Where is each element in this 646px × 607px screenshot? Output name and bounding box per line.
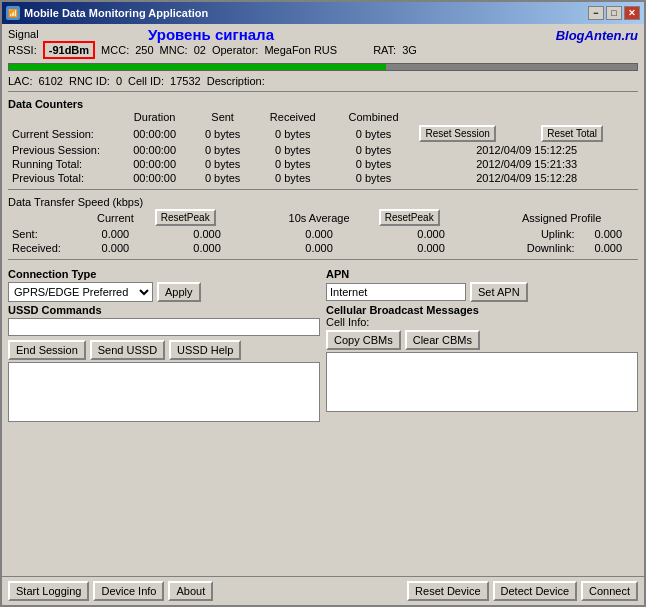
reset-device-button[interactable]: Reset Device bbox=[407, 581, 488, 601]
row-prev-session-label: Previous Session: bbox=[8, 143, 118, 157]
mnc-value: 02 bbox=[194, 44, 206, 56]
copy-cbms-button[interactable]: Copy CBMs bbox=[326, 330, 401, 350]
speed-recv-10s: 0.000 bbox=[261, 241, 376, 255]
ussd-buttons: End Session Send USSD USSD Help bbox=[8, 340, 320, 360]
downlink-label: Downlink: bbox=[485, 241, 578, 255]
device-info-button[interactable]: Device Info bbox=[93, 581, 164, 601]
bottom-right-buttons: Reset Device Detect Device Connect bbox=[407, 581, 638, 601]
speed-sent-10s: 0.000 bbox=[261, 227, 376, 241]
reset-peak-2-button[interactable]: ResetPeak bbox=[379, 209, 440, 226]
col-header-received: Received bbox=[254, 110, 332, 124]
cell-label: Cell ID: bbox=[128, 75, 164, 87]
speed-sent-current: 0.000 bbox=[78, 227, 153, 241]
reset-session-button[interactable]: Reset Session bbox=[419, 125, 495, 142]
row-current-sent: 0 bytes bbox=[191, 124, 254, 143]
row-running-combined: 0 bytes bbox=[332, 157, 416, 171]
start-logging-button[interactable]: Start Logging bbox=[8, 581, 89, 601]
end-session-button[interactable]: End Session bbox=[8, 340, 86, 360]
cbs-buttons: Copy CBMs Clear CBMs bbox=[326, 330, 638, 350]
speed-recv-current: 0.000 bbox=[78, 241, 153, 255]
about-button[interactable]: About bbox=[168, 581, 213, 601]
speed-reset-peak2-cell: ResetPeak bbox=[377, 208, 486, 227]
row-running-timestamp: 2012/04/09 15:21:33 bbox=[415, 157, 638, 171]
col-header-sent: Sent bbox=[191, 110, 254, 124]
close-button[interactable]: ✕ bbox=[624, 6, 640, 20]
row-running-received: 0 bytes bbox=[254, 157, 332, 171]
reset-peak-1-button[interactable]: ResetPeak bbox=[155, 209, 216, 226]
table-row: Previous Session: 00:00:00 0 bytes 0 byt… bbox=[8, 143, 638, 157]
detect-device-button[interactable]: Detect Device bbox=[493, 581, 577, 601]
row-prev-session-timestamp: 2012/04/09 15:12:25 bbox=[415, 143, 638, 157]
row-prev-total-label: Previous Total: bbox=[8, 171, 118, 185]
speed-header-row: Current ResetPeak 10s Average ResetPeak … bbox=[8, 208, 638, 227]
table-row: Current Session: 00:00:00 0 bytes 0 byte… bbox=[8, 124, 638, 143]
row-prev-session-duration: 00:00:00 bbox=[118, 143, 191, 157]
speed-recv-label: Received: bbox=[8, 241, 78, 255]
data-counters-table: Duration Sent Received Combined Current … bbox=[8, 110, 638, 185]
reset-total-button[interactable]: Reset Total bbox=[541, 125, 603, 142]
conn-type-row: GPRS/EDGE Preferred UMTS/HSDPA Preferred… bbox=[8, 282, 320, 302]
row-prev-total-timestamp: 2012/04/09 15:12:28 bbox=[415, 171, 638, 185]
speed-col-current: Current bbox=[78, 208, 153, 227]
desc-label: Description: bbox=[207, 75, 265, 87]
mcc-label: MCC: bbox=[101, 44, 129, 56]
lac-value: 6102 bbox=[38, 75, 62, 87]
speed-col-10s: 10s Average bbox=[261, 208, 376, 227]
row-prev-session-received: 0 bytes bbox=[254, 143, 332, 157]
table-row: Previous Total: 00:00:00 0 bytes 0 bytes… bbox=[8, 171, 638, 185]
row-prev-session-combined: 0 bytes bbox=[332, 143, 416, 157]
maximize-button[interactable]: □ bbox=[606, 6, 622, 20]
title-bar: 📶 Mobile Data Monitoring Application − □… bbox=[2, 2, 644, 24]
row-current-duration: 00:00:00 bbox=[118, 124, 191, 143]
ussd-help-button[interactable]: USSD Help bbox=[169, 340, 241, 360]
lac-label: LAC: bbox=[8, 75, 32, 87]
signal-bar-fill bbox=[9, 64, 386, 70]
data-counters-section: Data Counters Duration Sent Received Com… bbox=[8, 96, 638, 185]
table-row: Running Total: 00:00:00 0 bytes 0 bytes … bbox=[8, 157, 638, 171]
window-controls: − □ ✕ bbox=[588, 6, 640, 20]
ussd-section: USSD Commands End Session Send USSD USSD… bbox=[8, 304, 320, 422]
main-window: 📶 Mobile Data Monitoring Application − □… bbox=[0, 0, 646, 607]
bottom-bar: Start Logging Device Info About Reset De… bbox=[2, 576, 644, 605]
rssi-value: -91dBm bbox=[43, 41, 95, 59]
rssi-label: RSSI: bbox=[8, 44, 37, 56]
speed-section-label: Data Transfer Speed (kbps) bbox=[8, 196, 143, 208]
ussd-input[interactable] bbox=[8, 318, 320, 336]
row-prev-total-sent: 0 bytes bbox=[191, 171, 254, 185]
row-prev-total-received: 0 bytes bbox=[254, 171, 332, 185]
ussd-label: USSD Commands bbox=[8, 304, 320, 316]
speed-col-empty bbox=[8, 208, 78, 227]
set-apn-button[interactable]: Set APN bbox=[470, 282, 528, 302]
connection-type-select[interactable]: GPRS/EDGE Preferred UMTS/HSDPA Preferred… bbox=[8, 282, 153, 302]
rat-value: 3G bbox=[402, 44, 417, 56]
connect-button[interactable]: Connect bbox=[581, 581, 638, 601]
apn-input[interactable] bbox=[326, 283, 466, 301]
bottom-sections: Connection Type GPRS/EDGE Preferred UMTS… bbox=[8, 266, 638, 422]
apply-button[interactable]: Apply bbox=[157, 282, 201, 302]
row-current-combined: 0 bytes bbox=[332, 124, 416, 143]
signal-section: Уровень сигнала BlogAnten.ru Signal RSSI… bbox=[8, 28, 638, 59]
divider-1 bbox=[8, 91, 638, 92]
row-prev-total-combined: 0 bytes bbox=[332, 171, 416, 185]
col-header-actions bbox=[415, 110, 638, 124]
speed-reset-peak1-cell: ResetPeak bbox=[153, 208, 262, 227]
speed-sent-label: Sent: bbox=[8, 227, 78, 241]
send-ussd-button[interactable]: Send USSD bbox=[90, 340, 165, 360]
minimize-button[interactable]: − bbox=[588, 6, 604, 20]
cell-info-label: Cell Info: bbox=[326, 316, 638, 328]
signal-label: Signal bbox=[8, 28, 638, 40]
divider-3 bbox=[8, 259, 638, 260]
uplink-value: 0.000 bbox=[579, 227, 639, 241]
main-content: Уровень сигнала BlogAnten.ru Signal RSSI… bbox=[2, 24, 644, 576]
speed-sent-avg: 0.000 bbox=[377, 227, 486, 241]
clear-cbms-button[interactable]: Clear CBMs bbox=[405, 330, 480, 350]
window-title: Mobile Data Monitoring Application bbox=[24, 7, 208, 19]
speed-col-assigned: Assigned Profile bbox=[485, 208, 638, 227]
col-header-duration: Duration bbox=[118, 110, 191, 124]
speed-recv-peak: 0.000 bbox=[153, 241, 262, 255]
speed-table: Current ResetPeak 10s Average ResetPeak … bbox=[8, 208, 638, 255]
speed-recv-row: Received: 0.000 0.000 0.000 0.000 Downli… bbox=[8, 241, 638, 255]
apn-label: APN bbox=[326, 268, 638, 280]
title-bar-left: 📶 Mobile Data Monitoring Application bbox=[6, 6, 208, 20]
rnc-value: 0 bbox=[116, 75, 122, 87]
